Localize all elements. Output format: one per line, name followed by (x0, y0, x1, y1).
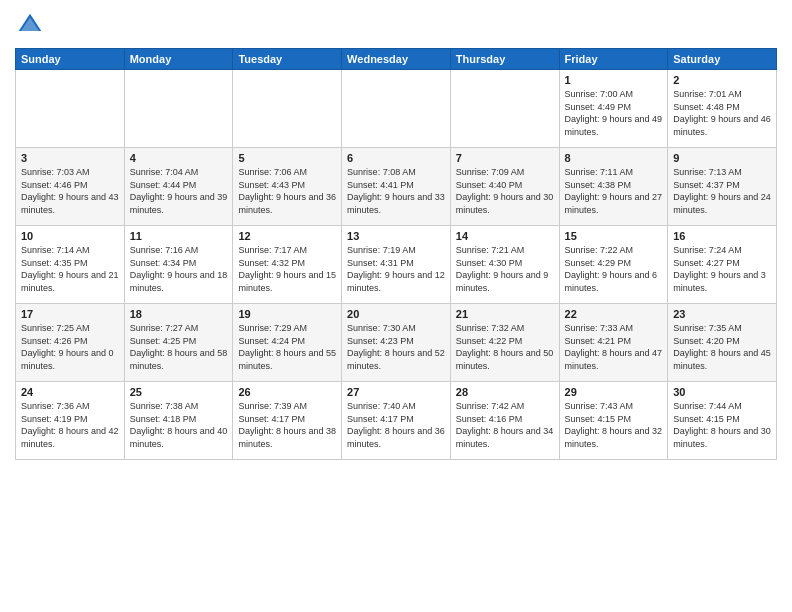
day-number: 19 (238, 308, 336, 320)
day-info: Sunrise: 7:06 AM Sunset: 4:43 PM Dayligh… (238, 166, 336, 216)
day-info: Sunrise: 7:00 AM Sunset: 4:49 PM Dayligh… (565, 88, 663, 138)
day-number: 22 (565, 308, 663, 320)
col-header-thursday: Thursday (450, 49, 559, 70)
day-cell: 2Sunrise: 7:01 AM Sunset: 4:48 PM Daylig… (668, 70, 777, 148)
logo (15, 10, 49, 40)
day-info: Sunrise: 7:11 AM Sunset: 4:38 PM Dayligh… (565, 166, 663, 216)
col-header-tuesday: Tuesday (233, 49, 342, 70)
day-number: 10 (21, 230, 119, 242)
day-cell (342, 70, 451, 148)
day-number: 17 (21, 308, 119, 320)
day-number: 25 (130, 386, 228, 398)
day-number: 11 (130, 230, 228, 242)
day-info: Sunrise: 7:36 AM Sunset: 4:19 PM Dayligh… (21, 400, 119, 450)
day-cell: 13Sunrise: 7:19 AM Sunset: 4:31 PM Dayli… (342, 226, 451, 304)
day-number: 18 (130, 308, 228, 320)
day-number: 24 (21, 386, 119, 398)
day-info: Sunrise: 7:30 AM Sunset: 4:23 PM Dayligh… (347, 322, 445, 372)
week-row-1: 3Sunrise: 7:03 AM Sunset: 4:46 PM Daylig… (16, 148, 777, 226)
logo-icon (15, 10, 45, 40)
day-info: Sunrise: 7:17 AM Sunset: 4:32 PM Dayligh… (238, 244, 336, 294)
day-cell: 21Sunrise: 7:32 AM Sunset: 4:22 PM Dayli… (450, 304, 559, 382)
day-cell: 22Sunrise: 7:33 AM Sunset: 4:21 PM Dayli… (559, 304, 668, 382)
day-number: 20 (347, 308, 445, 320)
day-number: 26 (238, 386, 336, 398)
day-cell: 17Sunrise: 7:25 AM Sunset: 4:26 PM Dayli… (16, 304, 125, 382)
day-info: Sunrise: 7:25 AM Sunset: 4:26 PM Dayligh… (21, 322, 119, 372)
day-cell: 4Sunrise: 7:04 AM Sunset: 4:44 PM Daylig… (124, 148, 233, 226)
page: SundayMondayTuesdayWednesdayThursdayFrid… (0, 0, 792, 612)
day-info: Sunrise: 7:03 AM Sunset: 4:46 PM Dayligh… (21, 166, 119, 216)
day-cell: 5Sunrise: 7:06 AM Sunset: 4:43 PM Daylig… (233, 148, 342, 226)
day-cell: 20Sunrise: 7:30 AM Sunset: 4:23 PM Dayli… (342, 304, 451, 382)
day-cell: 28Sunrise: 7:42 AM Sunset: 4:16 PM Dayli… (450, 382, 559, 460)
day-cell: 25Sunrise: 7:38 AM Sunset: 4:18 PM Dayli… (124, 382, 233, 460)
day-cell: 3Sunrise: 7:03 AM Sunset: 4:46 PM Daylig… (16, 148, 125, 226)
day-info: Sunrise: 7:29 AM Sunset: 4:24 PM Dayligh… (238, 322, 336, 372)
header-row: SundayMondayTuesdayWednesdayThursdayFrid… (16, 49, 777, 70)
day-cell: 19Sunrise: 7:29 AM Sunset: 4:24 PM Dayli… (233, 304, 342, 382)
day-cell: 16Sunrise: 7:24 AM Sunset: 4:27 PM Dayli… (668, 226, 777, 304)
day-cell: 18Sunrise: 7:27 AM Sunset: 4:25 PM Dayli… (124, 304, 233, 382)
day-cell: 9Sunrise: 7:13 AM Sunset: 4:37 PM Daylig… (668, 148, 777, 226)
day-info: Sunrise: 7:04 AM Sunset: 4:44 PM Dayligh… (130, 166, 228, 216)
col-header-friday: Friday (559, 49, 668, 70)
day-number: 23 (673, 308, 771, 320)
col-header-saturday: Saturday (668, 49, 777, 70)
week-row-0: 1Sunrise: 7:00 AM Sunset: 4:49 PM Daylig… (16, 70, 777, 148)
day-info: Sunrise: 7:38 AM Sunset: 4:18 PM Dayligh… (130, 400, 228, 450)
day-number: 21 (456, 308, 554, 320)
week-row-4: 24Sunrise: 7:36 AM Sunset: 4:19 PM Dayli… (16, 382, 777, 460)
day-number: 5 (238, 152, 336, 164)
day-info: Sunrise: 7:24 AM Sunset: 4:27 PM Dayligh… (673, 244, 771, 294)
day-number: 6 (347, 152, 445, 164)
day-cell: 6Sunrise: 7:08 AM Sunset: 4:41 PM Daylig… (342, 148, 451, 226)
day-number: 7 (456, 152, 554, 164)
week-row-2: 10Sunrise: 7:14 AM Sunset: 4:35 PM Dayli… (16, 226, 777, 304)
day-cell: 29Sunrise: 7:43 AM Sunset: 4:15 PM Dayli… (559, 382, 668, 460)
day-cell: 10Sunrise: 7:14 AM Sunset: 4:35 PM Dayli… (16, 226, 125, 304)
day-cell: 15Sunrise: 7:22 AM Sunset: 4:29 PM Dayli… (559, 226, 668, 304)
day-info: Sunrise: 7:22 AM Sunset: 4:29 PM Dayligh… (565, 244, 663, 294)
day-info: Sunrise: 7:33 AM Sunset: 4:21 PM Dayligh… (565, 322, 663, 372)
day-number: 9 (673, 152, 771, 164)
header (15, 10, 777, 40)
day-number: 27 (347, 386, 445, 398)
day-info: Sunrise: 7:44 AM Sunset: 4:15 PM Dayligh… (673, 400, 771, 450)
day-number: 4 (130, 152, 228, 164)
day-number: 2 (673, 74, 771, 86)
day-cell: 27Sunrise: 7:40 AM Sunset: 4:17 PM Dayli… (342, 382, 451, 460)
day-info: Sunrise: 7:19 AM Sunset: 4:31 PM Dayligh… (347, 244, 445, 294)
day-info: Sunrise: 7:35 AM Sunset: 4:20 PM Dayligh… (673, 322, 771, 372)
day-info: Sunrise: 7:13 AM Sunset: 4:37 PM Dayligh… (673, 166, 771, 216)
day-info: Sunrise: 7:01 AM Sunset: 4:48 PM Dayligh… (673, 88, 771, 138)
day-number: 1 (565, 74, 663, 86)
day-info: Sunrise: 7:21 AM Sunset: 4:30 PM Dayligh… (456, 244, 554, 294)
week-row-3: 17Sunrise: 7:25 AM Sunset: 4:26 PM Dayli… (16, 304, 777, 382)
day-cell: 11Sunrise: 7:16 AM Sunset: 4:34 PM Dayli… (124, 226, 233, 304)
day-info: Sunrise: 7:32 AM Sunset: 4:22 PM Dayligh… (456, 322, 554, 372)
day-cell: 30Sunrise: 7:44 AM Sunset: 4:15 PM Dayli… (668, 382, 777, 460)
day-info: Sunrise: 7:42 AM Sunset: 4:16 PM Dayligh… (456, 400, 554, 450)
day-cell: 14Sunrise: 7:21 AM Sunset: 4:30 PM Dayli… (450, 226, 559, 304)
day-info: Sunrise: 7:40 AM Sunset: 4:17 PM Dayligh… (347, 400, 445, 450)
day-number: 13 (347, 230, 445, 242)
day-number: 15 (565, 230, 663, 242)
day-info: Sunrise: 7:39 AM Sunset: 4:17 PM Dayligh… (238, 400, 336, 450)
day-cell: 23Sunrise: 7:35 AM Sunset: 4:20 PM Dayli… (668, 304, 777, 382)
day-number: 16 (673, 230, 771, 242)
day-info: Sunrise: 7:08 AM Sunset: 4:41 PM Dayligh… (347, 166, 445, 216)
day-cell (124, 70, 233, 148)
day-number: 30 (673, 386, 771, 398)
day-info: Sunrise: 7:14 AM Sunset: 4:35 PM Dayligh… (21, 244, 119, 294)
day-cell: 26Sunrise: 7:39 AM Sunset: 4:17 PM Dayli… (233, 382, 342, 460)
col-header-sunday: Sunday (16, 49, 125, 70)
day-cell (450, 70, 559, 148)
day-cell: 24Sunrise: 7:36 AM Sunset: 4:19 PM Dayli… (16, 382, 125, 460)
day-number: 12 (238, 230, 336, 242)
day-info: Sunrise: 7:43 AM Sunset: 4:15 PM Dayligh… (565, 400, 663, 450)
calendar-table: SundayMondayTuesdayWednesdayThursdayFrid… (15, 48, 777, 460)
day-cell (16, 70, 125, 148)
day-info: Sunrise: 7:16 AM Sunset: 4:34 PM Dayligh… (130, 244, 228, 294)
day-number: 8 (565, 152, 663, 164)
